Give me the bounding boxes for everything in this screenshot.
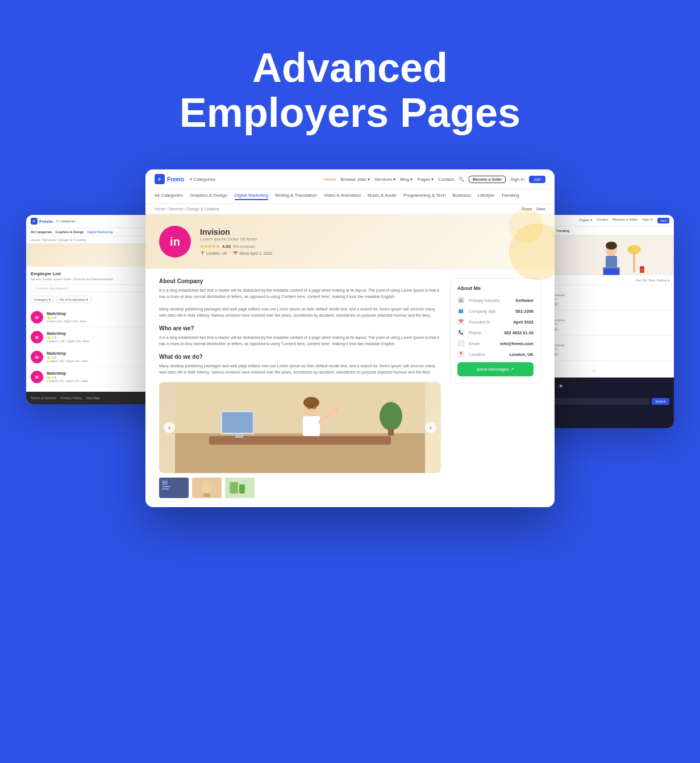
- main-nav-categories-btn[interactable]: ≡ Categories: [190, 177, 216, 182]
- left-nav-categories: ≡ Categories: [56, 219, 76, 223]
- left-footer-link-1: Terms of Service: [31, 396, 56, 400]
- who-text: It is a long established fact that a rea…: [159, 335, 441, 347]
- cat-business[interactable]: Business: [452, 193, 470, 200]
- main-nav-home[interactable]: Home: [324, 177, 336, 182]
- main-employer-tagline: Lorem Ipsum Dolor Sit Amet: [200, 237, 272, 242]
- main-nav: F Freeio ≡ Categories Home Browse Jobs ▾…: [145, 169, 555, 189]
- thumb2-svg: [192, 478, 222, 498]
- svg-rect-7: [388, 429, 394, 436]
- header-circle-2: [509, 209, 543, 243]
- gallery-thumb-1[interactable]: [159, 478, 189, 498]
- cat-digital-marketing[interactable]: Digital Marketing: [235, 193, 269, 200]
- right-nav-pages[interactable]: Pages ▾: [580, 218, 592, 223]
- main-nav-contact[interactable]: Contact: [438, 177, 454, 182]
- svg-rect-21: [203, 494, 210, 497]
- svg-point-34: [640, 266, 644, 268]
- save-btn[interactable]: Save: [536, 207, 545, 211]
- phone-value: 382 4632 01 03: [504, 330, 534, 335]
- industry-icon: 🏢: [457, 297, 464, 304]
- phone-icon: 📞: [457, 329, 464, 336]
- cat-lifestyle[interactable]: Lifestyle: [478, 193, 494, 200]
- rating-value: 4.82: [222, 244, 231, 249]
- svg-point-20: [201, 480, 213, 494]
- location-value: London, UK: [510, 352, 534, 357]
- left-filter-category[interactable]: Category ▾: [31, 296, 54, 303]
- email-label: Email: [469, 341, 495, 346]
- thumb3-svg: [225, 478, 255, 498]
- right-subscribe-btn[interactable]: Submit: [652, 398, 669, 405]
- main-nav-links: Home Browse Jobs ▾ Services ▾ Blog ▾ Pag…: [324, 176, 545, 183]
- left-emp-avatar-3: M: [31, 351, 43, 363]
- about-company-text1: It is a long established fact that a rea…: [159, 288, 441, 300]
- right-nav-join-btn[interactable]: Join: [657, 218, 669, 223]
- about-card-title: About Me: [457, 285, 534, 291]
- main-nav-signin[interactable]: Sign In: [510, 177, 524, 182]
- right-nav-links: Pages ▾ Contact Become a Seller Sign In …: [580, 218, 669, 223]
- main-nav-join-btn[interactable]: Join: [529, 176, 545, 183]
- about-size: 👥 Company size 501-1000: [457, 308, 534, 314]
- svg-rect-18: [162, 488, 169, 490]
- cat-video[interactable]: Video & Animation: [324, 193, 361, 200]
- gallery-thumb-3[interactable]: [225, 478, 255, 498]
- svg-rect-9: [303, 416, 320, 436]
- main-nav-services[interactable]: Services ▾: [374, 177, 395, 182]
- left-footer-link-2: Privacy Policy: [61, 396, 82, 400]
- hero-line1: Advanced: [252, 45, 448, 90]
- main-nav-search-icon[interactable]: 🔍: [459, 177, 464, 182]
- main-categories-bar: All Categories Graphics & Design Digital…: [145, 189, 555, 204]
- svg-rect-17: [162, 486, 170, 487]
- svg-rect-16: [162, 480, 168, 485]
- send-messages-btn[interactable]: Send Messages ↗: [457, 362, 534, 376]
- about-phone: 📞 Phone 382 4632 01 03: [457, 329, 534, 336]
- gallery-next-btn[interactable]: ›: [425, 422, 436, 433]
- cat-graphics[interactable]: Graphics & Design: [190, 193, 228, 200]
- sort-label[interactable]: Sort By: Best Selling ▾: [636, 278, 669, 282]
- main-nav-browse-jobs[interactable]: Browse Jobs ▾: [340, 177, 370, 182]
- about-industry: 🏢 Primary Industry Software: [457, 297, 534, 304]
- what-title: What do we do?: [159, 354, 441, 360]
- email-icon: ✉️: [457, 340, 464, 347]
- stars-icon: ★★★★★: [200, 244, 220, 249]
- gallery-main: ‹ ›: [159, 382, 441, 473]
- cat-music[interactable]: Music & Audio: [368, 193, 397, 200]
- left-filter-employees[interactable]: No of Employees ▾: [56, 296, 91, 303]
- main-nav-seller-btn[interactable]: Become a Seller: [469, 176, 506, 183]
- right-nav-seller[interactable]: Become a Seller: [612, 218, 638, 223]
- right-nav-signin[interactable]: Sign In: [642, 218, 653, 223]
- svg-rect-23: [230, 482, 238, 494]
- main-breadcrumb-bar: Home / Services / Design & Creative Shar…: [145, 204, 555, 214]
- main-nav-blog[interactable]: Blog ▾: [400, 177, 413, 182]
- svg-point-10: [303, 397, 319, 408]
- founded-label: Founded in: [469, 320, 509, 325]
- right-nav-contact[interactable]: Contact: [597, 218, 609, 223]
- cat-writing[interactable]: Writing & Translation: [275, 193, 317, 200]
- cat-programming[interactable]: Programming & Tech: [403, 193, 446, 200]
- left-emp-avatar-4: M: [31, 371, 43, 383]
- social-yt-icon[interactable]: ▶: [560, 383, 563, 388]
- left-logo-icon: F: [31, 218, 38, 225]
- breadcrumb-text: Home / Services / Design & Creative: [155, 207, 219, 211]
- size-label: Company size: [469, 309, 511, 314]
- content-left: About Company It is a long established f…: [159, 278, 441, 498]
- main-content-area: About Company It is a long established f…: [145, 269, 555, 507]
- gallery-thumb-2[interactable]: [192, 478, 222, 498]
- about-company-title: About Company: [159, 278, 441, 284]
- about-company-text2: Many desktop publishing packages and web…: [159, 306, 441, 318]
- main-employer-name: Invision: [200, 227, 272, 237]
- cat-trending[interactable]: Trending: [501, 193, 519, 200]
- cat-all[interactable]: All Categories: [155, 193, 183, 200]
- left-emp-avatar-2: M: [31, 331, 43, 343]
- gallery-thumbs: [159, 478, 441, 498]
- industry-value: Software: [515, 298, 534, 303]
- main-employer-header: in Invision Lorem Ipsum Dolor Sit Amet ★…: [145, 214, 555, 269]
- svg-point-27: [627, 245, 641, 254]
- gallery-prev-btn[interactable]: ‹: [164, 422, 175, 433]
- svg-rect-5: [235, 434, 243, 438]
- right-cat-trending[interactable]: Trending: [556, 229, 569, 233]
- main-employer-avatar: in: [159, 226, 191, 258]
- main-nav-logo: F Freeio: [155, 174, 184, 184]
- svg-point-30: [606, 242, 617, 250]
- main-nav-pages[interactable]: Pages ▾: [417, 177, 434, 182]
- size-value: 501-1000: [515, 309, 534, 314]
- main-screenshot: F Freeio ≡ Categories Home Browse Jobs ▾…: [145, 169, 555, 507]
